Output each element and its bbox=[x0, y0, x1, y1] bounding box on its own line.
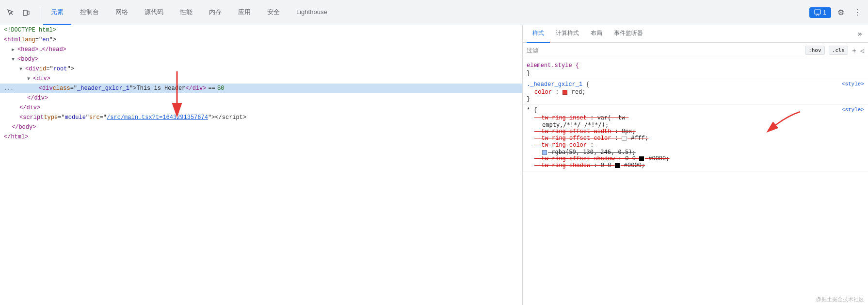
dom-line-html: <html lang="en"> bbox=[0, 35, 522, 45]
dom-line-html-close: </html> bbox=[0, 132, 522, 142]
tab-computed[interactable]: 计算样式 bbox=[550, 25, 585, 43]
dom-line-script: <script type="module" src="/src/main.tsx… bbox=[0, 113, 522, 122]
dom-line-div-root: ▼ <div id="root"> bbox=[0, 64, 522, 74]
style-selector-star: * { bbox=[527, 107, 864, 114]
styles-tabs: 样式 计算样式 布局 事件监听器 » bbox=[523, 25, 868, 43]
dom-line-body-close: </body> bbox=[0, 122, 522, 132]
tab-sources[interactable]: 源代码 bbox=[137, 0, 171, 25]
main-content: <!DOCTYPE html> <html lang="en"> ▶ <head… bbox=[0, 25, 868, 305]
style-property-ring-shadow: --tw-ring-shadow : 0 0 #0000; bbox=[527, 162, 864, 169]
tab-events[interactable]: 事件监听器 bbox=[608, 25, 649, 43]
watermark: @掘土掘金技术社区 bbox=[816, 296, 864, 303]
style-property-ring-offset-width: --tw-ring-offset-width : 0px; bbox=[527, 128, 864, 135]
dom-line-head[interactable]: ▶ <head>…</head> bbox=[0, 45, 522, 54]
tab-memory[interactable]: 内存 bbox=[201, 0, 229, 25]
style-property-ring-color: --tw-ring-color : bbox=[527, 142, 864, 149]
styles-tab-more[interactable]: » bbox=[855, 29, 864, 38]
hov-button[interactable]: :hov bbox=[805, 46, 825, 55]
color-swatch-red[interactable] bbox=[563, 90, 567, 95]
dom-line-header-selected[interactable]: ... <div class="_header_gxlcr_1">This is… bbox=[0, 84, 522, 93]
add-style-button[interactable]: + bbox=[852, 47, 856, 54]
styles-content: element.style { } ._header_g bbox=[523, 58, 868, 305]
tab-styles[interactable]: 样式 bbox=[527, 25, 550, 43]
style-property-ring-offset-shadow: --tw-ring-offset-shadow : 0 0 #0000; bbox=[527, 155, 864, 162]
color-swatch-black2[interactable] bbox=[615, 163, 620, 168]
style-property-color: color : red; bbox=[527, 89, 864, 96]
svg-rect-0 bbox=[23, 10, 27, 16]
style-selector-header: ._header_gxlcr_1 { bbox=[527, 81, 864, 88]
dom-line-doctype: <!DOCTYPE html> bbox=[0, 25, 522, 35]
filter-row: :hov .cls + ◁ bbox=[523, 43, 868, 58]
tab-network[interactable]: 网络 bbox=[108, 0, 136, 25]
tab-security[interactable]: 安全 bbox=[259, 0, 288, 25]
style-block-element: element.style { } bbox=[523, 60, 868, 79]
tab-performance[interactable]: 性能 bbox=[172, 0, 200, 25]
color-swatch-black1[interactable] bbox=[639, 156, 644, 161]
toolbar-divider bbox=[40, 6, 40, 19]
dom-line-div-close2: </div> bbox=[0, 103, 522, 113]
style-source-header[interactable]: <style> bbox=[842, 81, 864, 87]
svg-rect-2 bbox=[815, 10, 820, 14]
tab-console[interactable]: 控制台 bbox=[72, 0, 107, 25]
dom-line-div-inner: ▼ <div> bbox=[0, 74, 522, 84]
cls-button[interactable]: .cls bbox=[829, 46, 849, 55]
style-property-ring-color-val: rgba(59, 130, 246, 0.5); bbox=[527, 149, 864, 155]
style-block-header: ._header_gxlcr_1 { <style> color : red; … bbox=[523, 79, 868, 105]
dom-panel: <!DOCTYPE html> <html lang="en"> ▶ <head… bbox=[0, 25, 523, 305]
style-property-ring-inset-cont: empty,/*!*/ /*!*/); bbox=[527, 121, 864, 128]
tab-elements[interactable]: 元素 bbox=[43, 0, 71, 25]
color-swatch-white[interactable] bbox=[622, 136, 627, 141]
tab-layout[interactable]: 布局 bbox=[585, 25, 608, 43]
dom-line-div-close1: </div> bbox=[0, 93, 522, 103]
style-close-element: } bbox=[527, 70, 864, 77]
tab-application[interactable]: 应用 bbox=[230, 0, 258, 25]
toggle-sidebar-button[interactable]: ◁ bbox=[860, 47, 864, 54]
toolbar-right: 1 ⚙ ⋮ bbox=[809, 6, 864, 19]
devtools-toolbar: 元素 控制台 网络 源代码 性能 内存 应用 安全 Lighthouse 1 ⚙ bbox=[0, 0, 868, 25]
tab-lighthouse[interactable]: Lighthouse bbox=[289, 0, 335, 25]
style-property-ring-offset-color: --tw-ring-offset-color : #fff; bbox=[527, 135, 864, 142]
style-close-header: } bbox=[527, 96, 864, 102]
dom-line-body: ▼ <body> bbox=[0, 54, 522, 64]
style-property-ring-inset: --tw-ring-inset : var(--tw- bbox=[527, 115, 864, 121]
inspect-element-button[interactable] bbox=[4, 6, 17, 19]
styles-panel: 样式 计算样式 布局 事件监听器 » :hov .cls + ◁ bbox=[523, 25, 868, 305]
style-selector-element: element.style { bbox=[527, 62, 864, 69]
device-toggle-button[interactable] bbox=[19, 6, 33, 19]
feedback-button[interactable]: 1 bbox=[809, 7, 831, 18]
style-block-star: * { <style> --tw-ring-inset : var(--tw- … bbox=[523, 105, 868, 171]
more-options-button[interactable]: ⋮ bbox=[851, 6, 864, 19]
settings-button[interactable]: ⚙ bbox=[834, 6, 848, 19]
color-swatch-blue[interactable] bbox=[542, 150, 547, 155]
svg-rect-1 bbox=[28, 11, 29, 15]
toolbar-icon-group bbox=[4, 6, 33, 19]
filter-input[interactable] bbox=[527, 47, 801, 54]
style-source-star[interactable]: <style> bbox=[842, 107, 864, 113]
